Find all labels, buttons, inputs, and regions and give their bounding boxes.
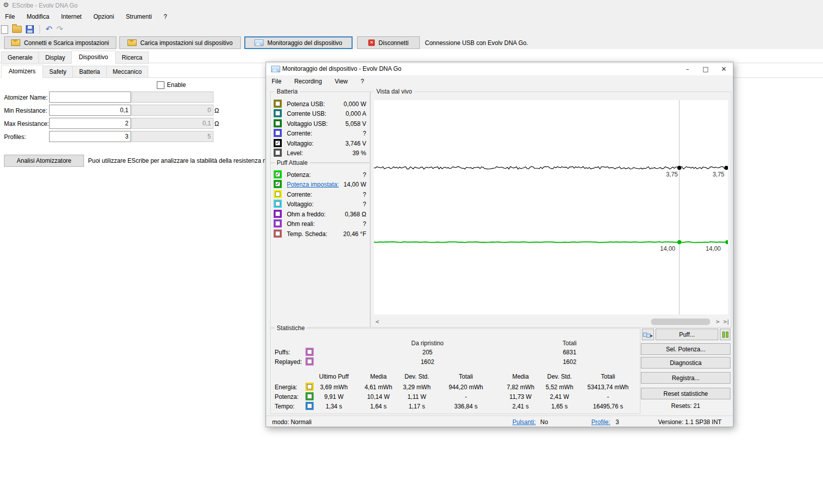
stat-cell: 3,69 mWh bbox=[309, 384, 359, 391]
buttons-link[interactable]: Pulsanti: bbox=[512, 419, 536, 426]
series-checkbox-replayed[interactable]: ✓ bbox=[306, 357, 314, 365]
max-resistance-readonly bbox=[132, 118, 213, 129]
pause-icon bbox=[722, 332, 725, 338]
series-checkbox-corrente-puff[interactable]: ✓ bbox=[274, 190, 282, 198]
tab-safety[interactable]: Safety bbox=[42, 66, 73, 78]
scroll-end-icon[interactable]: >| bbox=[722, 318, 729, 326]
puff-button[interactable]: Puff... bbox=[656, 329, 718, 340]
monitor-menu-recording[interactable]: Recording bbox=[289, 75, 328, 87]
toolbar-separator bbox=[39, 25, 40, 34]
tab-atomizers[interactable]: Atomizers bbox=[1, 65, 43, 78]
tab-batteria[interactable]: Batteria bbox=[72, 66, 106, 78]
stat-cell: 9,91 W bbox=[309, 393, 359, 400]
counter-label: Replayed: bbox=[275, 358, 302, 365]
tab-generale[interactable]: Generale bbox=[1, 52, 39, 64]
profile-link[interactable]: Profile: bbox=[591, 419, 610, 426]
row-value: ? bbox=[363, 129, 366, 138]
row-value: 0,368 Ω bbox=[345, 210, 366, 219]
row-value: 20,46 °F bbox=[343, 230, 367, 239]
series-checkbox-potenza-impostata[interactable]: ✓ bbox=[274, 180, 282, 188]
min-resistance-unit: Ω bbox=[214, 107, 219, 114]
scroll-right-icon[interactable]: > bbox=[714, 318, 722, 326]
connect-download-button[interactable]: Connetti e Scarica impostazioni bbox=[4, 36, 116, 49]
puff-row: ✓ Potenza: ? bbox=[274, 170, 367, 179]
close-icon[interactable]: ✕ bbox=[715, 62, 733, 75]
enable-checkbox[interactable] bbox=[157, 81, 164, 89]
max-resistance-input[interactable] bbox=[49, 118, 131, 129]
series-checkbox-ohm-reali[interactable]: ✓ bbox=[274, 219, 282, 227]
monitor-menu-file[interactable]: File bbox=[266, 75, 287, 87]
voltage-latest-label: 3,75 bbox=[698, 171, 724, 178]
series-checkbox-ohm-freddo[interactable]: ✓ bbox=[274, 210, 282, 218]
select-power-label: Sel. Potenza... bbox=[666, 346, 705, 353]
series-checkbox-voltaggio-usb[interactable]: ✓ bbox=[274, 119, 282, 127]
open-folder-icon[interactable] bbox=[12, 26, 22, 33]
stat-cell: 944,20 mWh bbox=[441, 384, 491, 391]
atomizer-name-input[interactable] bbox=[49, 91, 131, 103]
redo-icon[interactable]: ↷ bbox=[56, 25, 63, 33]
min-resistance-input[interactable] bbox=[49, 105, 131, 116]
upload-settings-button[interactable]: Carica impostazioni sul dispositivo bbox=[119, 36, 241, 49]
disconnect-button[interactable]: ✕ Disconnetti bbox=[357, 36, 420, 49]
series-checkbox-potenza[interactable]: ✓ bbox=[274, 170, 282, 178]
record-label: Registra... bbox=[672, 375, 700, 382]
stats-header-since-reset: Da ripristino bbox=[400, 340, 455, 347]
monitor-titlebar[interactable]: Monitoraggio del dispositivo - Evolv DNA… bbox=[266, 62, 733, 75]
record-button[interactable]: Registra... bbox=[641, 372, 730, 384]
battery-row: ✓ Corrente USB: 0,000 A bbox=[274, 109, 367, 118]
tab-ricerca[interactable]: Ricerca bbox=[115, 52, 149, 64]
counter-value: 205 bbox=[402, 349, 453, 356]
diagnostics-button[interactable]: Diagnostica bbox=[641, 357, 730, 369]
menu-item-opzioni[interactable]: Opzioni bbox=[89, 11, 119, 23]
app-icon: ⚙ bbox=[3, 2, 10, 9]
row-label: Corrente: bbox=[287, 129, 312, 138]
menu-item-file[interactable]: File bbox=[0, 11, 20, 23]
profiles-input[interactable] bbox=[49, 131, 131, 142]
select-power-button[interactable]: Sel. Potenza... bbox=[641, 343, 730, 355]
minimize-icon[interactable]: – bbox=[678, 62, 697, 75]
series-checkbox-puffs[interactable]: ✓ bbox=[306, 348, 314, 356]
tab-meccanico[interactable]: Meccanico bbox=[106, 66, 148, 78]
maximize-icon[interactable]: □ bbox=[697, 62, 715, 75]
series-checkbox-voltaggio[interactable]: ✓ bbox=[274, 139, 282, 147]
atomizer-name-readonly bbox=[132, 91, 213, 103]
monitor-menu-view[interactable]: View bbox=[329, 75, 354, 87]
current-puff-group: Puff Attuale ✓ Potenza: ? ✓ Potenza impo… bbox=[270, 163, 371, 328]
row-label: Level: bbox=[287, 149, 303, 158]
diagnostics-label: Diagnostica bbox=[670, 359, 702, 366]
undo-icon[interactable]: ↶ bbox=[46, 25, 52, 33]
save-icon[interactable] bbox=[26, 25, 34, 33]
device-tab-strip: Atomizers Safety Batteria Meccanico bbox=[1, 65, 148, 78]
analyze-atomizer-button[interactable]: Analisi Atomizzatore bbox=[4, 155, 84, 167]
live-view-group: Vista dal vivo 3,75 3,75 14,00 14,00 < >… bbox=[370, 91, 731, 328]
series-checkbox-voltaggio-puff[interactable]: ✓ bbox=[274, 200, 282, 208]
chart-scrollbar[interactable]: < > >| bbox=[374, 318, 729, 326]
monitor-menu-help[interactable]: ? bbox=[355, 75, 370, 87]
col-header: Totali bbox=[583, 373, 633, 380]
upload-settings-label: Carica impostazioni sul dispositivo bbox=[140, 39, 233, 47]
scrollbar-thumb[interactable] bbox=[651, 318, 710, 325]
tab-dispositivo[interactable]: Dispositivo bbox=[71, 51, 116, 64]
scroll-left-icon[interactable]: < bbox=[374, 318, 381, 326]
series-checkbox-temp-scheda[interactable]: ✓ bbox=[274, 230, 282, 238]
menu-item-help[interactable]: ? bbox=[159, 11, 172, 23]
col-header: Dev. Std. bbox=[392, 373, 442, 380]
monitor-title: Monitoraggio del dispositivo - Evolv DNA… bbox=[282, 65, 401, 72]
series-checkbox-level[interactable]: ✓ bbox=[274, 149, 282, 157]
device-monitor-button[interactable]: Monitoraggio del dispositivo bbox=[244, 36, 353, 49]
series-checkbox-potenza-usb[interactable]: ✓ bbox=[274, 100, 282, 108]
new-file-icon[interactable] bbox=[1, 25, 8, 34]
series-checkbox-corrente[interactable]: ✓ bbox=[274, 129, 282, 137]
pause-button[interactable] bbox=[720, 329, 730, 340]
menu-item-internet[interactable]: Internet bbox=[56, 11, 87, 23]
live-chart[interactable]: 3,75 3,75 14,00 14,00 bbox=[374, 100, 728, 314]
reset-statistics-button[interactable]: Reset statistiche bbox=[641, 388, 730, 399]
menu-item-strumenti[interactable]: Strumenti bbox=[121, 11, 157, 23]
select-puff-tool-button[interactable]: ➤ bbox=[642, 329, 654, 340]
menu-item-modifica[interactable]: Modifica bbox=[22, 11, 55, 23]
tab-display[interactable]: Display bbox=[38, 52, 71, 64]
main-tab-strip: Generale Display Dispositivo Ricerca bbox=[1, 51, 148, 64]
set-power-link[interactable]: Potenza impostata: bbox=[287, 180, 339, 189]
series-checkbox-corrente-usb[interactable]: ✓ bbox=[274, 109, 282, 117]
app-toolbar: ↶ ↷ bbox=[1, 23, 63, 35]
